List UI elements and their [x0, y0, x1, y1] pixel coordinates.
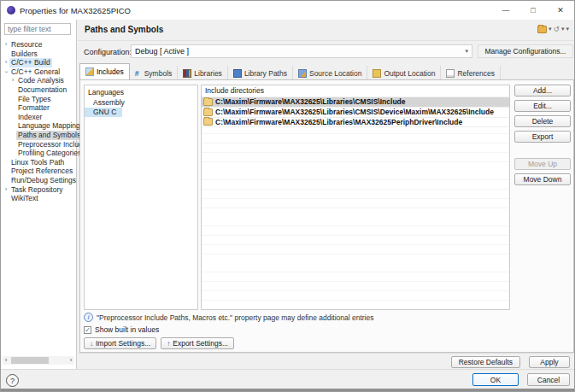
sidebar-item-profiling-categories[interactable]: Profiling Categories — [1, 149, 76, 158]
sidebar-item-resource[interactable]: ›Resource — [1, 40, 76, 50]
sidebar-item-task-repository[interactable]: ›Task Repository — [1, 185, 76, 195]
sidebar-item-preprocessor-include[interactable]: Preprocessor Include — [1, 140, 76, 149]
sidebar-item-formatter[interactable]: Formatter — [1, 103, 76, 113]
divider — [78, 353, 575, 354]
output-location-icon — [373, 69, 381, 78]
manage-configurations-button[interactable]: Manage Configurations... — [478, 44, 573, 58]
dropdown-icon[interactable]: ▾ — [561, 26, 565, 32]
properties-tree-sidebar: ›Resource Builders ›C/C++ Build ›C/C++ G… — [1, 20, 77, 369]
sidebar-item-language-mappings[interactable]: Language Mappings — [1, 121, 76, 131]
history-back-icon[interactable]: ↺ — [553, 25, 560, 33]
info-icon: i — [84, 313, 93, 322]
import-icon: ↓ — [90, 340, 93, 348]
tab-libraries[interactable]: Libraries — [178, 66, 228, 80]
include-actions-column: Add... Edit... Delete Export Move Up Mov… — [514, 85, 571, 189]
page-title: Paths and Symbols — [85, 25, 163, 34]
export-icon: ↑ — [167, 340, 170, 348]
info-note: i "Preprocessor Include Paths, Macros et… — [84, 313, 373, 322]
export-settings-button[interactable]: ↑Export Settings... — [161, 337, 234, 349]
language-item-assembly[interactable]: Assembly — [85, 98, 197, 108]
restore-defaults-button[interactable]: Restore Defaults — [451, 356, 520, 368]
move-down-button[interactable]: Move Down — [514, 173, 571, 185]
settings-buttons: ↓Import Settings... ↑Export Settings... — [84, 337, 234, 349]
include-folder-icon — [203, 108, 213, 116]
references-icon — [446, 69, 455, 78]
edit-button[interactable]: Edit... — [514, 100, 571, 112]
sidebar-item-documentation[interactable]: Documentation — [1, 85, 76, 95]
dropdown-icon[interactable]: ▾ — [566, 26, 569, 32]
header-toolbar: ▾ ↺ ▾ ▾ — [537, 25, 569, 33]
include-folder-icon — [203, 98, 213, 106]
tab-references[interactable]: References — [441, 66, 500, 80]
scroll-right-icon[interactable]: › — [67, 356, 74, 365]
tab-source-location[interactable]: Source Location — [293, 66, 367, 80]
source-location-icon — [298, 69, 307, 78]
sidebar-item-paths-and-symbols[interactable]: Paths and Symbols — [1, 131, 76, 140]
include-directories-body: C:\Maxim\Firmware\MAX32625\Libraries\CMS… — [202, 97, 509, 309]
sidebar-item-run-debug-settings[interactable]: Run/Debug Settings — [1, 176, 76, 185]
spacer — [514, 146, 571, 158]
sidebar-item-wikitext[interactable]: WikiText — [1, 194, 76, 203]
chevron-down-icon: ▾ — [465, 48, 468, 55]
tab-bar: Includes #Symbols Libraries Library Path… — [79, 66, 501, 80]
sidebar-item-file-types[interactable]: File Types — [1, 95, 76, 104]
tab-library-paths[interactable]: Library Paths — [228, 66, 293, 80]
include-directories-header[interactable]: Include directories — [202, 85, 509, 97]
show-builtin-label[interactable]: Show built in values — [95, 325, 159, 334]
expand-icon[interactable]: › — [3, 58, 9, 67]
page-header: Paths and Symbols ▾ ↺ ▾ ▾ — [78, 20, 575, 41]
include-folder-icon — [203, 118, 213, 126]
scroll-left-icon[interactable]: ‹ — [3, 356, 9, 365]
sidebar-item-cpp-general[interactable]: ›C/C++ General — [1, 67, 76, 77]
divider — [1, 369, 575, 370]
tab-includes[interactable]: Includes — [79, 63, 130, 80]
configuration-value: Debug [ Active ] — [135, 47, 189, 56]
view-menu-icon[interactable] — [537, 26, 547, 33]
includes-tab-panel: Languages Assembly GNU C Include directo… — [79, 79, 574, 353]
collapse-icon[interactable]: › — [2, 68, 11, 75]
configuration-select[interactable]: Debug [ Active ] ▾ — [131, 44, 472, 58]
sidebar-item-linux-tools-path[interactable]: Linux Tools Path — [1, 158, 76, 167]
maximize-icon[interactable]: □ — [519, 1, 547, 20]
sidebar-item-project-references[interactable]: Project References — [1, 167, 76, 176]
add-button[interactable]: Add... — [514, 85, 571, 97]
expand-icon[interactable]: › — [9, 76, 16, 85]
minimize-icon[interactable]: — — [492, 1, 519, 20]
expand-icon[interactable]: › — [3, 185, 9, 195]
sidebar-item-cpp-build[interactable]: ›C/C++ Build — [1, 58, 76, 67]
include-directories-table: Include directories C:\Maxim\Firmware\MA… — [201, 85, 510, 310]
languages-list: Languages Assembly GNU C — [84, 85, 198, 310]
properties-dialog: Properties for MAX32625PICO — □ ✕ ›Resou… — [0, 0, 575, 392]
sidebar-item-code-analysis[interactable]: ›Code Analysis — [1, 76, 76, 85]
export-button[interactable]: Export — [514, 131, 571, 143]
language-item-gnu-c[interactable]: GNU C — [85, 108, 122, 117]
libraries-icon — [183, 69, 191, 78]
ok-button[interactable]: OK — [472, 373, 519, 386]
tab-output-location[interactable]: Output Location — [367, 66, 441, 80]
expand-icon[interactable]: › — [3, 40, 9, 50]
include-row[interactable]: C:\Maxim\Firmware\MAX32625\Libraries\MAX… — [202, 118, 509, 128]
includes-icon — [85, 67, 94, 76]
sidebar-horizontal-scrollbar[interactable]: ‹ › — [3, 356, 74, 365]
include-row[interactable]: C:\Maxim\Firmware\MAX32625\Libraries\CMS… — [202, 97, 509, 108]
help-button[interactable]: ? — [6, 374, 19, 387]
window-bottom-edge — [1, 389, 575, 391]
move-up-button[interactable]: Move Up — [514, 158, 571, 170]
window-controls: — □ ✕ — [492, 1, 574, 20]
tab-symbols[interactable]: #Symbols — [130, 66, 179, 80]
scrollbar-thumb[interactable] — [11, 357, 49, 364]
dropdown-icon[interactable]: ▾ — [549, 26, 552, 32]
apply-row: Restore Defaults Apply — [77, 356, 570, 368]
cancel-button[interactable]: Cancel — [527, 373, 570, 386]
sidebar-item-builders[interactable]: Builders — [1, 50, 76, 59]
properties-tree: ›Resource Builders ›C/C++ Build ›C/C++ G… — [1, 40, 76, 203]
include-row[interactable]: C:\Maxim\Firmware\MAX32625\Libraries\CMS… — [202, 108, 509, 118]
sidebar-item-indexer[interactable]: Indexer — [1, 113, 76, 122]
filter-input[interactable] — [4, 23, 71, 35]
delete-button[interactable]: Delete — [514, 115, 571, 127]
show-builtin-checkbox[interactable]: ✓ — [84, 326, 91, 334]
apply-button[interactable]: Apply — [529, 356, 570, 368]
configuration-label: Configuration: — [84, 48, 132, 56]
import-settings-button[interactable]: ↓Import Settings... — [84, 337, 156, 349]
close-icon[interactable]: ✕ — [547, 1, 574, 20]
